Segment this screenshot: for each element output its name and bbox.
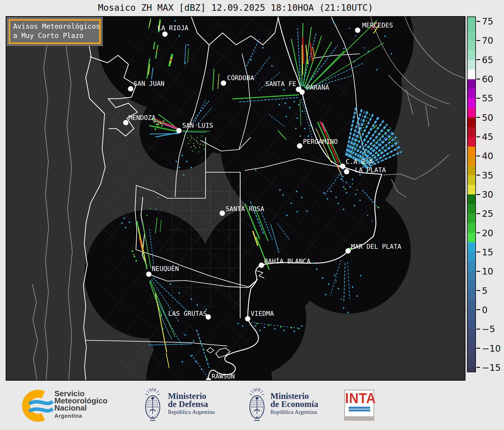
colorbar-tick (477, 59, 480, 60)
colorbar-tick-label: 10 (482, 266, 493, 277)
colorbar-tick (477, 175, 480, 176)
city-label: SANTA ROSA (226, 205, 264, 213)
colorbar-tick (477, 79, 480, 80)
colorbar-segment (468, 348, 475, 357)
map-title: Mosaico ZH MAX [dBZ] 12.09.2025 18:10HOA… (6, 2, 465, 13)
colorbar-tick (477, 290, 480, 291)
colorbar-tick-label: 65 (482, 54, 493, 65)
colorbar-segment (468, 309, 475, 319)
colorbar-tick (477, 136, 480, 137)
colorbar-segment (468, 223, 475, 233)
colorbar-segment (468, 175, 475, 185)
colorbar-segment (468, 89, 475, 98)
colorbar-tick-label: 25 (482, 208, 493, 219)
colorbar-tick-label: 30 (482, 189, 493, 200)
colorbar-segment (468, 70, 475, 79)
inta-bar-2 (349, 409, 370, 411)
colorbar-tick-label: 40 (482, 151, 493, 161)
colorbar-segment (468, 271, 475, 280)
colorbar-tick-label: 50 (482, 112, 493, 123)
city-dot (176, 128, 182, 133)
defensa-line1: Ministerio (168, 392, 215, 400)
colorbar-segment (468, 214, 475, 223)
defensa-coat-icon (143, 387, 162, 424)
colorbar-segment (468, 329, 475, 338)
colorbar-segment (468, 17, 475, 22)
city-label: VIEDMA (251, 310, 274, 317)
economia-line2: de Economía (270, 400, 318, 408)
warning-box-inner: Avisos Meteorológicos a Muy Corto Plazo (9, 19, 101, 44)
colorbar-segment (468, 367, 475, 372)
colorbar-segment (468, 137, 475, 147)
colorbar-tick (477, 251, 480, 252)
colorbar-segment (468, 319, 475, 328)
city-dot (297, 143, 302, 149)
city-dot (146, 272, 151, 277)
city-dot (259, 263, 264, 268)
colorbar-tick (477, 155, 480, 156)
city-dot (220, 211, 225, 216)
colorbar-segment (468, 156, 475, 166)
colorbar-tick (477, 21, 480, 22)
colorbar-tick (477, 40, 480, 41)
colorbar-tick (477, 232, 480, 233)
city-label: C.A.B.A. (346, 158, 377, 165)
colorbar-segment (468, 60, 475, 70)
colorbar-tick-label: 15 (482, 247, 493, 257)
colorbar-segment (468, 233, 475, 242)
economia-wordmark: Ministerio de Economía República Argenti… (270, 392, 318, 415)
smn-logo (19, 387, 54, 426)
colorbar-segment (468, 118, 475, 127)
city-label: SANTA FE (265, 80, 296, 88)
colorbar-tick-label: 5 (482, 285, 488, 296)
city-dot (355, 28, 360, 33)
city-dot (128, 86, 133, 92)
city-dot (340, 164, 345, 169)
city-dot (221, 80, 226, 86)
city-label: SAN JUAN (134, 80, 165, 87)
economia-coat-icon (247, 387, 266, 424)
city-dot (245, 316, 250, 321)
inta-wordmark: INTA (345, 390, 373, 407)
warning-line1: Avisos Meteorológicos (13, 22, 96, 31)
colorbar-tick-label: 70 (482, 35, 493, 46)
defensa-line2: de Defensa (168, 400, 215, 408)
colorbar-tick-label: −10 (482, 343, 501, 353)
colorbar-tick-label: 20 (482, 228, 493, 238)
economia-line1: Ministerio (270, 392, 318, 400)
city-label: LA PLATA (355, 166, 386, 174)
colorbar-tick-label: 55 (482, 93, 493, 103)
city-label: CÓRDOBA (227, 74, 254, 82)
city-dot (299, 89, 305, 95)
city-label: LA RIOJA (157, 24, 189, 32)
colorbar-segment (468, 280, 475, 290)
inta-logo-inner: INTA (345, 391, 373, 416)
colorbar-tick-label: 0 (482, 304, 488, 315)
colorbar-tick (477, 213, 480, 214)
colorbar-segment (468, 31, 475, 41)
colorbar-segment (468, 147, 475, 156)
city-dot (345, 248, 351, 254)
smn-line4: Argentina (54, 412, 108, 420)
colorbar-segment (468, 79, 475, 89)
colorbar-segment (468, 194, 475, 204)
warning-box: Avisos Meteorológicos a Muy Corto Plazo (7, 17, 103, 46)
defensa-line3: República Argentina (168, 409, 215, 415)
colorbar-tick (477, 367, 480, 368)
colorbar-segment (468, 108, 475, 118)
inta-logo: INTA (344, 390, 374, 421)
colorbar-segment (468, 22, 475, 31)
city-dot (123, 120, 128, 125)
city-label: PARANÁ (306, 84, 329, 91)
radar-map-svg: LA RIOJAMERCEDESSAN JUANCÓRDOBASANTA FEP… (6, 16, 465, 381)
smn-line3: Nacional (54, 404, 108, 411)
colorbar-segment (468, 51, 475, 60)
colorbar-segment (468, 290, 475, 300)
city-label: BAHÍA BLANCA (264, 257, 310, 265)
colorbar-tick (477, 329, 480, 330)
colorbar-segment (468, 357, 475, 367)
colorbar-tick (477, 98, 480, 99)
colorbar-segment (468, 204, 475, 214)
colorbar-tick-label: 35 (482, 170, 493, 180)
colorbar-segment (468, 127, 475, 137)
